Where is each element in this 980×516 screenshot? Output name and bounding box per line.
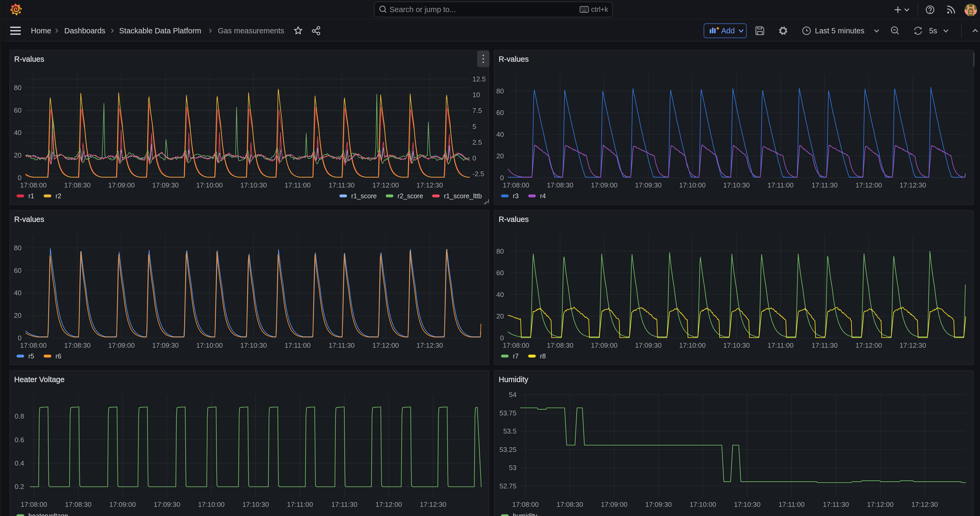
svg-text:0: 0 [500, 334, 504, 342]
svg-text:17:12:00: 17:12:00 [855, 341, 882, 349]
svg-text:17:10:00: 17:10:00 [196, 341, 223, 349]
svg-text:54: 54 [509, 391, 517, 399]
svg-text:17:09:30: 17:09:30 [635, 341, 661, 349]
svg-text:ctrl+k: ctrl+k [591, 5, 608, 13]
svg-text:53.75: 53.75 [500, 409, 517, 417]
svg-text:17:11:30: 17:11:30 [811, 341, 837, 349]
svg-text:17:10:00: 17:10:00 [689, 500, 716, 508]
svg-text:17:09:30: 17:09:30 [645, 500, 671, 508]
svg-text:-2.5: -2.5 [473, 170, 484, 178]
svg-text:17:08:00: 17:08:00 [503, 341, 529, 349]
svg-text:Add: Add [721, 27, 735, 35]
svg-text:17:12:30: 17:12:30 [911, 500, 938, 508]
svg-text:17:08:00: 17:08:00 [512, 500, 539, 508]
svg-text:r6: r6 [56, 352, 61, 360]
svg-text:r3: r3 [513, 192, 519, 199]
svg-text:0: 0 [18, 334, 22, 342]
svg-text:17:09:00: 17:09:00 [601, 500, 627, 508]
svg-text:17:11:30: 17:11:30 [329, 341, 355, 349]
svg-text:17:08:30: 17:08:30 [557, 500, 583, 508]
svg-text:17:11:30: 17:11:30 [329, 181, 355, 189]
svg-text:17:10:30: 17:10:30 [240, 341, 267, 349]
svg-text:17:08:30: 17:08:30 [65, 500, 91, 508]
svg-text:17:09:30: 17:09:30 [152, 341, 179, 349]
svg-text:Humidity: Humidity [499, 375, 528, 384]
svg-text:17:12:30: 17:12:30 [417, 341, 443, 349]
svg-text:17:08:00: 17:08:00 [20, 341, 46, 349]
svg-text:53: 53 [509, 464, 517, 471]
svg-text:17:09:30: 17:09:30 [154, 500, 180, 508]
svg-text:5s: 5s [929, 27, 937, 35]
svg-text:80: 80 [496, 87, 504, 95]
svg-text:52.75: 52.75 [500, 482, 517, 490]
svg-text:17:11:30: 17:11:30 [331, 500, 357, 508]
svg-text:20: 20 [496, 312, 504, 320]
svg-text:17:12:30: 17:12:30 [899, 181, 926, 189]
svg-text:80: 80 [14, 84, 22, 92]
svg-text:17:12:00: 17:12:00 [375, 500, 402, 508]
svg-text:17:08:00: 17:08:00 [503, 181, 529, 189]
svg-text:0: 0 [500, 174, 504, 182]
svg-text:17:09:00: 17:09:00 [108, 341, 135, 349]
svg-text:17:11:00: 17:11:00 [285, 341, 310, 349]
svg-text:60: 60 [496, 109, 504, 116]
svg-text:17:10:00: 17:10:00 [679, 341, 705, 349]
svg-text:heatervoltage: heatervoltage [29, 512, 68, 516]
svg-text:20: 20 [496, 152, 504, 160]
svg-text:17:10:30: 17:10:30 [240, 181, 267, 189]
svg-text:17:08:00: 17:08:00 [21, 500, 47, 508]
svg-text:0.6: 0.6 [15, 436, 24, 444]
svg-text:Stackable Data Platform: Stackable Data Platform [119, 27, 201, 35]
svg-text:17:11:00: 17:11:00 [285, 181, 310, 189]
svg-text:2.5: 2.5 [473, 139, 482, 146]
svg-text:17:12:30: 17:12:30 [899, 341, 926, 349]
svg-text:Dashboards: Dashboards [64, 27, 105, 35]
svg-text:80: 80 [496, 247, 504, 255]
svg-text:17:10:30: 17:10:30 [723, 181, 749, 189]
svg-text:Last 5 minutes: Last 5 minutes [815, 27, 864, 35]
svg-text:17:10:00: 17:10:00 [196, 181, 223, 189]
svg-text:17:11:00: 17:11:00 [778, 500, 804, 508]
svg-text:R-values: R-values [499, 55, 528, 63]
svg-text:40: 40 [496, 291, 504, 299]
svg-text:17:09:00: 17:09:00 [591, 181, 617, 189]
svg-text:40: 40 [14, 129, 22, 137]
svg-text:0.2: 0.2 [15, 483, 24, 491]
svg-text:17:08:30: 17:08:30 [64, 341, 91, 349]
svg-text:0: 0 [18, 174, 22, 182]
svg-text:60: 60 [14, 106, 22, 114]
svg-text:0.8: 0.8 [15, 412, 24, 420]
svg-text:40: 40 [14, 289, 22, 297]
svg-text:60: 60 [14, 266, 22, 274]
svg-text:r1_score_lttb: r1_score_lttb [444, 192, 482, 199]
svg-text:r7: r7 [513, 352, 519, 360]
svg-text:17:12:00: 17:12:00 [867, 500, 893, 508]
svg-text:20: 20 [14, 311, 22, 319]
svg-text:17:11:00: 17:11:00 [767, 341, 793, 349]
svg-text:17:08:30: 17:08:30 [547, 181, 573, 189]
svg-text:r2: r2 [56, 192, 61, 199]
svg-text:5: 5 [473, 123, 476, 131]
svg-text:17:10:30: 17:10:30 [723, 341, 749, 349]
svg-text:Home: Home [31, 27, 51, 35]
svg-text:17:12:00: 17:12:00 [855, 181, 882, 189]
svg-text:60: 60 [496, 269, 504, 277]
svg-text:17:12:30: 17:12:30 [420, 500, 446, 508]
svg-text:17:11:00: 17:11:00 [287, 500, 313, 508]
svg-text:17:08:30: 17:08:30 [547, 341, 573, 349]
svg-text:r1_score: r1_score [351, 192, 377, 199]
svg-text:80: 80 [14, 244, 22, 252]
svg-text:17:09:00: 17:09:00 [108, 181, 135, 189]
svg-text:Heater Voltage: Heater Voltage [14, 375, 65, 384]
svg-text:17:09:30: 17:09:30 [635, 181, 661, 189]
svg-text:Gas measurements: Gas measurements [218, 27, 284, 35]
svg-text:Search or jump to...: Search or jump to... [390, 5, 456, 14]
svg-text:17:11:00: 17:11:00 [767, 181, 793, 189]
svg-text:17:12:00: 17:12:00 [372, 341, 399, 349]
svg-text:17:08:00: 17:08:00 [20, 181, 46, 189]
svg-text:0.4: 0.4 [15, 459, 24, 467]
svg-text:r2_score: r2_score [398, 192, 423, 199]
svg-text:7.5: 7.5 [473, 107, 482, 115]
svg-text:53.5: 53.5 [503, 427, 517, 435]
svg-text:17:12:00: 17:12:00 [372, 181, 399, 189]
